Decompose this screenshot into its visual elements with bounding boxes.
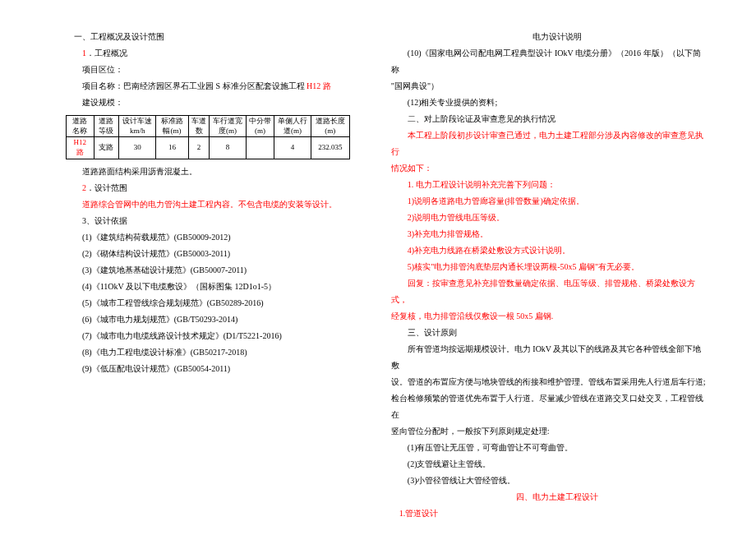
reference-8: (8)《电力工程电缆设计标准》(GB50217-2018)	[66, 344, 350, 361]
reference-10: (10)《国家电网公司配电网工程典型设计 IOkV 电缆分册》（2016 年版）…	[391, 45, 707, 78]
cell-lanes: 2	[188, 137, 210, 159]
sub-1-title: ．工程概况	[86, 48, 127, 58]
reply-line-1: 回复：按审查意见补充排管数量确定依据、电压等级、排管规格、桥梁处敷设方式，	[391, 275, 707, 308]
th-design-speed: 设计车速km/h	[119, 116, 156, 137]
reply-line-2: 经复核，电力排管沿线仅敷设一根 50x5 扁钢.	[391, 308, 707, 325]
th-median: 中分带(m)	[246, 116, 274, 137]
reference-1: (1)《建筑结构荷载规范》(GB50009-2012)	[66, 229, 350, 246]
project-location: 项目区位：	[66, 62, 350, 78]
section-2-title: 二、对上阶段论证及审查意见的执行情况	[391, 111, 707, 127]
principle-line-1: 所有管道均按远期规模设计。电力 IOkV 及其以下的线路及其它各种管线全部下地敷	[391, 341, 707, 374]
rule-1: (1)有压管让无压管，可弯曲管让不可弯曲管。	[391, 440, 707, 456]
project-name: 项目名称：巴南经济园区界石工业园 S 标准分区配套设施工程 H12 路	[66, 78, 350, 95]
sub-2-title: ．设计范围	[86, 183, 127, 192]
th-lanes: 车道数	[188, 116, 210, 137]
review-item-1: 1. 电力工程设计说明补充完善下列问题：	[391, 177, 707, 193]
review-item-1-1: 1)说明各道路电力管廊容量(排管数量)确定依据。	[391, 193, 707, 210]
cell-design-speed: 30	[119, 137, 156, 159]
cell-road-name: H12 路	[67, 137, 94, 159]
cell-road-class: 支路	[94, 137, 119, 159]
review-item-1-4: 4)补充电力线路在桥梁处敷设方式设计说明。	[391, 242, 707, 259]
section-4-title: 四、电力土建工程设计	[391, 489, 707, 505]
table-row: H12 路 支路 30 16 2 8 4 232.035	[67, 137, 350, 159]
review-intro-2: 情况如下：	[391, 160, 707, 177]
review-item-1-5: 5)核实"电力排管沟底垫层内通长埋设两根-50x5 扁钢"有无必要。	[391, 259, 707, 275]
sub-3-title: 3、设计依据	[66, 213, 350, 229]
reference-5: (5)《城市工程管线综合规划规范》(GB50289-2016)	[66, 295, 350, 311]
cell-sidewalk: 4	[274, 137, 311, 159]
cell-lane-width: 8	[210, 137, 246, 159]
reference-2: (2)《砌体结构设计规范》(GB50003-2011)	[66, 246, 350, 262]
section-4-sub: 1.管道设计	[391, 505, 707, 522]
th-road-name: 道路名称	[67, 116, 94, 137]
reference-12: (12)相关专业提供的资料;	[391, 95, 707, 111]
road-surface: 道路路面结构采用沥青混凝土。	[66, 164, 350, 180]
rule-2: (2)支管线避让主管线。	[391, 456, 707, 473]
construction-scale: 建设规模：	[66, 95, 350, 111]
reference-6: (6)《城市电力规划规范》(GB/T50293-2014)	[66, 311, 350, 328]
principle-line-4: 竖向管位分配时，一般按下列原则规定处理:	[391, 423, 707, 440]
review-intro: 本工程上阶段初步设计审查已通过，电力土建工程部分涉及内容修改的审查意见执行	[391, 127, 707, 160]
sub-2: 2．设计范围	[66, 180, 350, 196]
table-header-row: 道路名称 道路等级 设计车速km/h 标准路幅(m) 车道数 车行道宽度(m) …	[67, 116, 350, 137]
document-title: 电力设计说明	[391, 29, 707, 45]
th-lane-width: 车行道宽度(m)	[210, 116, 246, 137]
review-item-1-2: 2)说明电力管线电压等级。	[391, 210, 707, 226]
section-1-title: 一、工程概况及设计范围	[66, 29, 350, 45]
th-length: 道路长度(m)	[311, 116, 349, 137]
project-name-label: 项目名称：巴南经济园区界石工业园 S 标准分区配套设施工程	[82, 81, 307, 90]
cell-width: 16	[156, 137, 188, 159]
road-specs-table: 道路名称 道路等级 设计车速km/h 标准路幅(m) 车道数 车行道宽度(m) …	[66, 115, 350, 159]
th-road-class: 道路等级	[94, 116, 119, 137]
reference-7: (7)《城市电力电缆线路设计技术规定》(D1/T5221-2016)	[66, 328, 350, 344]
reference-9: (9)《低压配电设计规范》(GB50054-2011)	[66, 361, 350, 377]
reference-4: (4)《11OkV 及以下电缆敷设》（国标图集 12D1o1-5）	[66, 279, 350, 295]
design-scope-desc: 道路综合管网中的电力管沟土建工程内容。不包含电缆的安装等设计。	[66, 196, 350, 213]
review-item-1-3: 3)补充电力排管规格。	[391, 226, 707, 242]
principle-line-2: 设。管道的布置应方便与地块管线的衔接和维护管理。管线布置采用先人行道后车行道;	[391, 374, 707, 390]
principle-line-3: 检台检修频繁的管道优先布置于人行道。尽量减少管线在道路交叉口处交叉，工程管线在	[391, 390, 707, 423]
sub-1: 1．工程概况	[66, 45, 350, 62]
th-sidewalk: 单侧人行道(m)	[274, 116, 311, 137]
cell-median	[246, 137, 274, 159]
reference-3: (3)《建筑地基基础设计规范》(GB50007-2011)	[66, 262, 350, 279]
rule-3: (3)小管径管线让大管经管线。	[391, 473, 707, 489]
th-width: 标准路幅(m)	[156, 116, 188, 137]
section-3-title: 三、设计原则	[391, 325, 707, 341]
project-name-road: H12 路	[307, 81, 331, 90]
cell-length: 232.035	[311, 137, 349, 159]
reference-10-cont: "国网典设"）	[391, 78, 707, 95]
